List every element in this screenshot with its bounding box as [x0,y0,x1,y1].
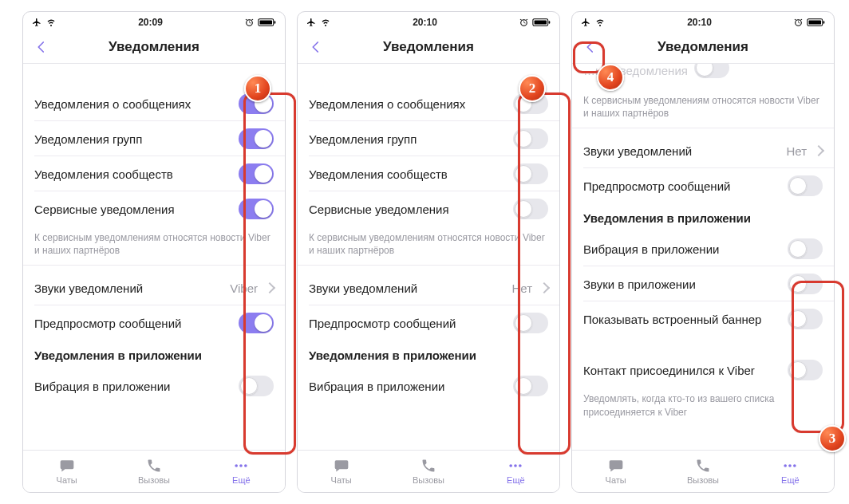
row-value: Viber [230,282,261,295]
tab-more[interactable]: Ещё [198,451,285,492]
tab-label: Вызовы [138,475,170,485]
row-value: Нет [511,282,535,295]
tab-chats[interactable]: Чаты [298,451,385,492]
toggle-preview-messages[interactable] [788,175,823,196]
tab-label: Чаты [331,475,352,485]
row-label: Уведомления сообществ [34,167,232,181]
svg-point-16 [788,464,792,467]
section-header-inapp: Уведомления в приложении [298,341,559,368]
row-inapp-vibration[interactable]: Вибрация в приложении [572,231,834,266]
toggle-inapp-vibration[interactable] [239,376,274,396]
svg-point-3 [235,464,239,467]
tab-calls[interactable]: Вызовы [659,451,746,492]
page-title: Уведомления [298,39,559,55]
toggle-partial[interactable] [694,64,729,78]
toggle-service-notifications[interactable] [513,199,548,219]
svg-point-11 [519,464,522,467]
toggle-inapp-banner[interactable] [788,309,823,329]
row-notification-sounds[interactable]: Звуки уведомлений Нет [572,133,834,168]
row-inapp-sounds[interactable]: Звуки в приложении [572,266,834,301]
row-label: Звуки в приложении [583,278,781,291]
tab-label: Ещё [507,475,525,485]
alarm-icon [519,18,529,28]
more-icon [507,458,523,474]
settings-list: Уведомления о сообщениях Уведомления гру… [23,64,285,453]
airplane-mode-icon [306,18,317,27]
row-notification-sounds[interactable]: Звуки уведомлений Viber [23,270,285,305]
row-inapp-vibration[interactable]: Вибрация в приложении [23,368,285,404]
svg-point-4 [239,464,243,467]
chevron-right-icon [264,282,275,293]
phone-icon [695,458,711,474]
row-group-notifications[interactable]: Уведомления групп [298,121,559,156]
tab-label: Ещё [781,475,800,485]
row-label: Вибрация в приложении [34,380,232,393]
annotation-badge-3: 3 [819,425,846,452]
row-inapp-banner[interactable]: Показывать встроенный баннер [572,301,834,337]
tab-more[interactable]: Ещё [472,451,559,492]
row-preview-messages[interactable]: Предпросмотр сообщений [23,305,285,341]
status-time: 20:09 [138,17,163,28]
status-bar: 20:09 [23,12,285,31]
back-button[interactable] [30,35,53,59]
svg-rect-2 [274,21,276,23]
toggle-inapp-vibration[interactable] [513,376,548,396]
toggle-inapp-sounds[interactable] [788,274,823,294]
phone-icon [146,458,162,474]
airplane-mode-icon [31,18,42,27]
toggle-contact-joined[interactable] [788,360,823,380]
wifi-icon [594,18,606,27]
row-community-notifications[interactable]: Уведомления сообществ [298,156,559,191]
svg-rect-7 [535,20,547,24]
row-service-notifications[interactable]: Сервисные уведомления [23,191,285,226]
svg-point-5 [244,464,247,467]
tab-label: Вызовы [413,475,444,485]
nav-header: Уведомления [572,31,834,64]
row-inapp-vibration[interactable]: Вибрация в приложении [298,368,559,404]
chat-icon [59,458,75,474]
page-title: Уведомления [23,39,285,55]
toggle-inapp-vibration[interactable] [788,238,823,259]
row-label: Уведомления групп [34,132,232,146]
row-notification-sounds[interactable]: Звуки уведомлений Нет [298,270,559,305]
annotation-badge-4: 4 [597,64,624,91]
tab-chats[interactable]: Чаты [572,451,659,492]
toggle-group-notifications[interactable] [513,128,548,149]
section-footnote: Уведомлять, когда кто-то из вашего списк… [572,388,834,426]
settings-list: Уведомления о сообщениях Уведомления гру… [298,64,559,453]
toggle-preview-messages[interactable] [513,313,548,333]
row-preview-messages[interactable]: Предпросмотр сообщений [572,168,834,203]
row-label: Звуки уведомлений [309,282,511,295]
row-label: Предпросмотр сообщений [34,317,232,330]
toggle-preview-messages[interactable] [239,313,274,333]
battery-icon [258,18,277,27]
svg-rect-13 [809,20,821,24]
more-icon [782,458,798,474]
annotation-badge-1: 1 [244,75,271,102]
toggle-service-notifications[interactable] [239,199,274,219]
row-label: Уведомления о сообщениях [34,97,232,111]
tab-calls[interactable]: Вызовы [385,451,472,492]
tab-calls[interactable]: Вызовы [110,451,197,492]
battery-icon [807,18,826,27]
toggle-group-notifications[interactable] [239,128,274,149]
battery-icon [532,18,551,27]
row-service-notifications[interactable]: Сервисные уведомления [298,191,559,226]
row-community-notifications[interactable]: Уведомления сообществ [23,156,285,191]
toggle-community-notifications[interactable] [239,163,274,184]
chevron-right-icon [813,145,824,156]
alarm-icon [244,18,255,28]
row-label: Контакт присоединился к Viber [583,364,781,377]
svg-rect-14 [823,21,825,23]
row-contact-joined[interactable]: Контакт присоединился к Viber [572,352,834,388]
toggle-community-notifications[interactable] [513,163,548,184]
back-button[interactable] [304,35,328,59]
tab-more[interactable]: Ещё [747,451,834,492]
nav-header: Уведомления [23,31,285,64]
tab-chats[interactable]: Чаты [23,451,110,492]
row-preview-messages[interactable]: Предпросмотр сообщений [298,305,559,341]
section-footnote: К сервисным уведомлениям относятся новос… [23,226,285,266]
row-label: Уведомления сообществ [309,167,507,181]
row-group-notifications[interactable]: Уведомления групп [23,121,285,156]
back-button[interactable] [579,35,602,59]
